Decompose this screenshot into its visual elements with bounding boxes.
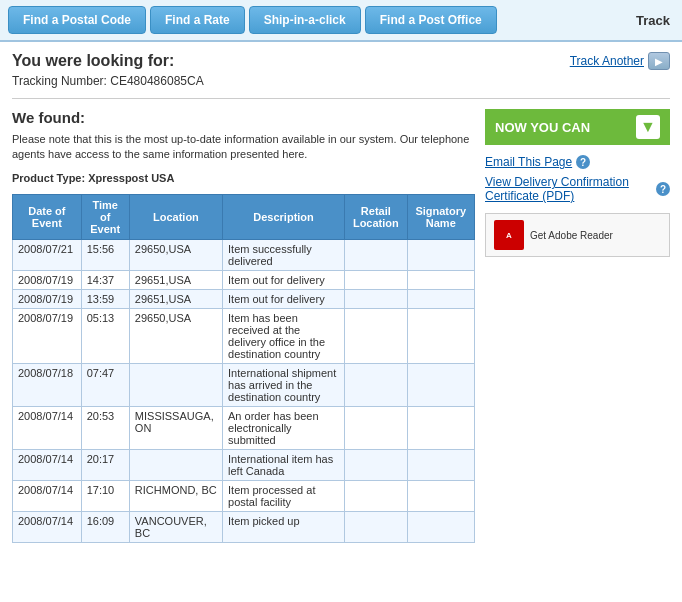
cell-date: 2008/07/14 bbox=[13, 407, 82, 450]
cell-time: 05:13 bbox=[81, 309, 129, 364]
cell-description: Item processed at postal facility bbox=[223, 481, 345, 512]
cell-description: Item picked up bbox=[223, 512, 345, 543]
product-type-value: Xpresspost USA bbox=[88, 172, 174, 184]
cell-retail bbox=[345, 407, 408, 450]
main-content: You were looking for: Tracking Number: C… bbox=[0, 42, 682, 553]
col-retail: Retail Location bbox=[345, 195, 408, 240]
cell-signatory bbox=[407, 481, 474, 512]
now-you-can-box: NOW YOU CAN ▼ bbox=[485, 109, 670, 145]
tracking-number: Tracking Number: CE480486085CA bbox=[12, 74, 204, 88]
arrow-icon: ▼ bbox=[636, 115, 660, 139]
cell-location: 29651,USA bbox=[129, 290, 222, 309]
cell-description: An order has been electronically submitt… bbox=[223, 407, 345, 450]
looking-for-section: You were looking for: Tracking Number: C… bbox=[12, 52, 670, 99]
cell-description: Item out for delivery bbox=[223, 290, 345, 309]
cell-description: International shipment has arrived in th… bbox=[223, 364, 345, 407]
table-row: 2008/07/1905:1329650,USAItem has been re… bbox=[13, 309, 475, 364]
track-another-link[interactable]: Track Another bbox=[570, 54, 644, 68]
now-you-can-label: NOW YOU CAN bbox=[495, 120, 590, 135]
cell-retail bbox=[345, 240, 408, 271]
cell-description: Item out for delivery bbox=[223, 271, 345, 290]
cell-time: 13:59 bbox=[81, 290, 129, 309]
table-row: 2008/07/1420:17International item has le… bbox=[13, 450, 475, 481]
cell-location: VANCOUVER, BC bbox=[129, 512, 222, 543]
cell-signatory bbox=[407, 309, 474, 364]
left-column: We found: Please note that this is the m… bbox=[12, 109, 475, 543]
adobe-icon: A bbox=[494, 220, 524, 250]
cell-date: 2008/07/14 bbox=[13, 450, 82, 481]
email-info-icon[interactable]: ? bbox=[576, 155, 590, 169]
cell-signatory bbox=[407, 407, 474, 450]
cell-location: 29651,USA bbox=[129, 271, 222, 290]
col-time: Time of Event bbox=[81, 195, 129, 240]
email-page-link[interactable]: Email This Page bbox=[485, 155, 572, 169]
cell-description: Item has been received at the delivery o… bbox=[223, 309, 345, 364]
cell-date: 2008/07/14 bbox=[13, 512, 82, 543]
cell-time: 17:10 bbox=[81, 481, 129, 512]
two-col-layout: We found: Please note that this is the m… bbox=[12, 109, 670, 543]
looking-for-heading: You were looking for: bbox=[12, 52, 204, 70]
cell-signatory bbox=[407, 290, 474, 309]
cell-time: 14:37 bbox=[81, 271, 129, 290]
track-label: Track bbox=[636, 13, 674, 28]
cell-date: 2008/07/21 bbox=[13, 240, 82, 271]
cell-time: 15:56 bbox=[81, 240, 129, 271]
we-found-heading: We found: bbox=[12, 109, 475, 126]
cell-signatory bbox=[407, 271, 474, 290]
cell-date: 2008/07/19 bbox=[13, 290, 82, 309]
find-postal-code-button[interactable]: Find a Postal Code bbox=[8, 6, 146, 34]
col-date: Date of Event bbox=[13, 195, 82, 240]
table-row: 2008/07/1417:10RICHMOND, BCItem processe… bbox=[13, 481, 475, 512]
right-column: NOW YOU CAN ▼ Email This Page ? View Del… bbox=[485, 109, 670, 543]
cell-description: Item successfully delivered bbox=[223, 240, 345, 271]
cell-location: RICHMOND, BC bbox=[129, 481, 222, 512]
cell-time: 20:53 bbox=[81, 407, 129, 450]
top-nav: Find a Postal Code Find a Rate Ship-in-a… bbox=[0, 0, 682, 42]
we-found-section: We found: Please note that this is the m… bbox=[12, 109, 475, 186]
col-signatory: Signatory Name bbox=[407, 195, 474, 240]
cell-time: 20:17 bbox=[81, 450, 129, 481]
cell-retail bbox=[345, 271, 408, 290]
table-row: 2008/07/1913:5929651,USAItem out for del… bbox=[13, 290, 475, 309]
cell-time: 16:09 bbox=[81, 512, 129, 543]
adobe-box: A Get Adobe Reader bbox=[485, 213, 670, 257]
delivery-info-icon[interactable]: ? bbox=[656, 182, 670, 196]
email-page-row: Email This Page ? bbox=[485, 155, 670, 169]
table-row: 2008/07/2115:5629650,USAItem successfull… bbox=[13, 240, 475, 271]
cell-location: 29650,USA bbox=[129, 309, 222, 364]
cell-description: International item has left Canada bbox=[223, 450, 345, 481]
cell-retail bbox=[345, 290, 408, 309]
view-delivery-link[interactable]: View Delivery Confirmation Certificate (… bbox=[485, 175, 652, 203]
cell-date: 2008/07/19 bbox=[13, 309, 82, 364]
cell-retail bbox=[345, 450, 408, 481]
cell-signatory bbox=[407, 240, 474, 271]
track-another-button[interactable]: ▶ bbox=[648, 52, 670, 70]
cell-retail bbox=[345, 481, 408, 512]
cell-location bbox=[129, 364, 222, 407]
cell-location: 29650,USA bbox=[129, 240, 222, 271]
ship-in-a-click-button[interactable]: Ship-in-a-click bbox=[249, 6, 361, 34]
col-location: Location bbox=[129, 195, 222, 240]
cell-retail bbox=[345, 309, 408, 364]
find-rate-button[interactable]: Find a Rate bbox=[150, 6, 245, 34]
we-found-description: Please note that this is the most up-to-… bbox=[12, 132, 475, 163]
cell-date: 2008/07/18 bbox=[13, 364, 82, 407]
cell-signatory bbox=[407, 512, 474, 543]
cell-time: 07:47 bbox=[81, 364, 129, 407]
cell-signatory bbox=[407, 364, 474, 407]
cell-signatory bbox=[407, 450, 474, 481]
product-type-label: Product Type: bbox=[12, 172, 85, 184]
cell-retail bbox=[345, 364, 408, 407]
looking-for-text: You were looking for: Tracking Number: C… bbox=[12, 52, 204, 88]
table-body: 2008/07/2115:5629650,USAItem successfull… bbox=[13, 240, 475, 543]
table-row: 2008/07/1914:3729651,USAItem out for del… bbox=[13, 271, 475, 290]
tracking-table: Date of Event Time of Event Location Des… bbox=[12, 194, 475, 543]
view-delivery-row: View Delivery Confirmation Certificate (… bbox=[485, 175, 670, 203]
cell-location: MISSISSAUGA, ON bbox=[129, 407, 222, 450]
cell-date: 2008/07/19 bbox=[13, 271, 82, 290]
track-another-area: Track Another ▶ bbox=[570, 52, 670, 70]
product-type: Product Type: Xpresspost USA bbox=[12, 171, 475, 186]
find-post-office-button[interactable]: Find a Post Office bbox=[365, 6, 497, 34]
table-row: 2008/07/1420:53MISSISSAUGA, ONAn order h… bbox=[13, 407, 475, 450]
cell-retail bbox=[345, 512, 408, 543]
